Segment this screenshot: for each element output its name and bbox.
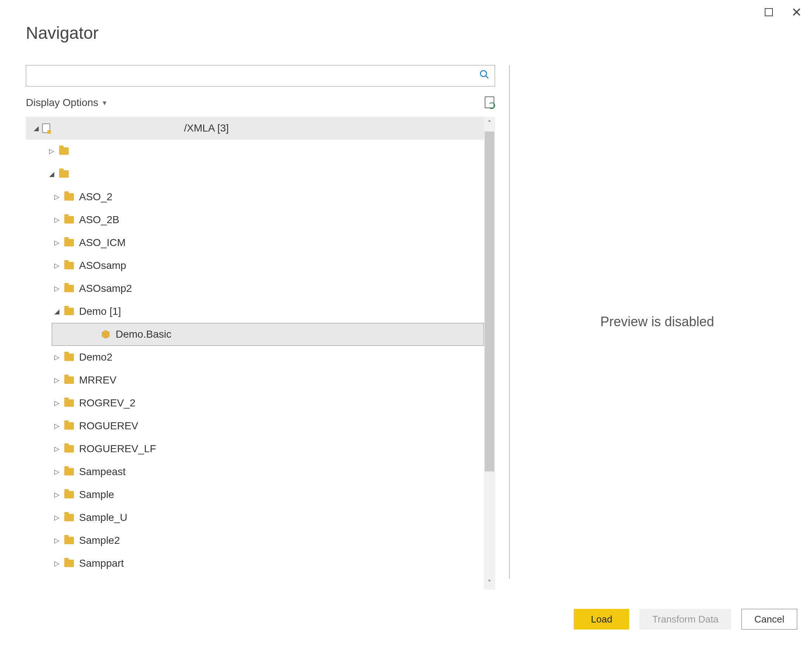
tree-node-label: ROGUEREV_LF: [79, 443, 156, 455]
close-window-icon[interactable]: ✕: [791, 6, 802, 18]
expand-toggle-icon[interactable]: ◢: [32, 124, 41, 132]
folder-icon: [59, 170, 69, 178]
expand-toggle-icon[interactable]: ▷: [52, 261, 61, 270]
restore-window-icon[interactable]: [765, 8, 773, 16]
folder-icon: [64, 560, 74, 567]
tree-node[interactable]: ▷ASOsamp: [26, 254, 484, 277]
tree-node-label: Sample_U: [79, 512, 127, 524]
svg-line-1: [486, 76, 488, 78]
folder-icon: [64, 537, 74, 544]
folder-icon: [64, 399, 74, 407]
tree-node[interactable]: ▷ASO_2B: [26, 208, 484, 231]
tree-node-label: /XMLA [3]: [184, 122, 229, 134]
svg-point-0: [481, 70, 487, 76]
tree-node-label: MRREV: [79, 374, 116, 386]
expand-toggle-icon[interactable]: ▷: [52, 238, 61, 247]
tree-node-label: Demo2: [79, 352, 112, 363]
search-input[interactable]: [26, 66, 473, 86]
expand-toggle-icon[interactable]: ▷: [52, 514, 61, 522]
expand-toggle-icon[interactable]: ▷: [52, 445, 61, 453]
tree-node[interactable]: ▷ASOsamp2: [26, 277, 484, 300]
tree-node-label: ASO_2: [79, 191, 112, 203]
preview-panel: Preview is disabled: [517, 65, 797, 579]
tree-node-label: ROGREV_2: [79, 397, 136, 409]
tree-node[interactable]: ▷Sample2: [26, 529, 484, 552]
folder-icon: [64, 262, 74, 269]
tree-node-label: ASO_ICM: [79, 237, 126, 249]
tree-view[interactable]: ◢ /XMLA [3] ▷◢▷ASO_2▷ASO_2B▷ASO_ICM▷ASOs…: [26, 117, 484, 590]
tree-root-node[interactable]: ◢ /XMLA [3]: [26, 117, 484, 140]
tree-node-label: Demo [1]: [79, 306, 121, 317]
tree-node[interactable]: ▷Demo2: [26, 346, 484, 369]
vertical-divider: [509, 65, 510, 579]
folder-icon: [64, 422, 74, 429]
folder-icon: [64, 491, 74, 498]
folder-icon: [64, 514, 74, 521]
tree-node-label: ASOsamp: [79, 260, 126, 272]
collapse-toggle-icon[interactable]: ◢: [52, 307, 61, 315]
scrollbar-thumb[interactable]: [485, 131, 494, 471]
tree-node[interactable]: ▷MRREV: [26, 369, 484, 391]
folder-icon: [64, 193, 74, 200]
folder-icon: [64, 308, 74, 315]
folder-icon: [64, 216, 74, 223]
scroll-down-icon[interactable]: ˅: [484, 576, 495, 590]
transform-data-button[interactable]: Transform Data: [640, 609, 731, 630]
expand-toggle-icon[interactable]: ▷: [52, 559, 61, 567]
expand-toggle-icon[interactable]: ▷: [52, 468, 61, 476]
cancel-button[interactable]: Cancel: [742, 609, 797, 630]
tree-node-label: Sampeast: [79, 466, 126, 478]
tree-node-label: Sample2: [79, 535, 120, 546]
tree-node[interactable]: ▷ROGUEREV: [26, 414, 484, 437]
tree-node[interactable]: ▷Samppart: [26, 552, 484, 575]
folder-icon: [64, 376, 74, 384]
folder-icon: [64, 445, 74, 452]
refresh-preview-icon[interactable]: [485, 96, 495, 109]
tree-node-label: Samppart: [79, 558, 124, 569]
datasource-icon: [42, 124, 50, 133]
load-button[interactable]: Load: [574, 609, 629, 630]
tree-node-label: Sample: [79, 489, 114, 501]
expand-toggle-icon[interactable]: ▷: [52, 399, 61, 407]
tree-node[interactable]: ▷ROGREV_2: [26, 391, 484, 414]
folder-icon: [59, 147, 69, 155]
expand-toggle-icon[interactable]: ▷: [52, 284, 61, 293]
tree-node[interactable]: ▷: [26, 140, 484, 162]
tree-node-label: ROGUEREV: [79, 420, 138, 432]
folder-icon: [64, 468, 74, 475]
folder-icon: [64, 285, 74, 292]
tree-node[interactable]: Demo.Basic: [52, 323, 484, 346]
tree-node[interactable]: ▷Sample_U: [26, 506, 484, 529]
expand-toggle-icon[interactable]: ▷: [47, 147, 56, 155]
tree-node[interactable]: ▷ROGUEREV_LF: [26, 437, 484, 460]
display-options-label: Display Options: [26, 97, 98, 109]
expand-toggle-icon[interactable]: ▷: [52, 353, 61, 361]
folder-icon: [64, 353, 74, 361]
expand-toggle-icon[interactable]: ▷: [52, 193, 61, 201]
tree-node[interactable]: ▷Sampeast: [26, 460, 484, 483]
expand-toggle-icon[interactable]: ▷: [52, 491, 61, 499]
expand-toggle-icon[interactable]: ▷: [52, 376, 61, 384]
tree-node[interactable]: ◢Demo [1]: [26, 300, 484, 323]
display-options-dropdown[interactable]: Display Options ▾: [26, 97, 106, 109]
preview-message: Preview is disabled: [600, 314, 714, 330]
scrollbar[interactable]: ˄ ˅: [484, 117, 495, 590]
tree-node-label: ASO_2B: [79, 214, 119, 226]
tree-node[interactable]: ▷Sample: [26, 483, 484, 506]
search-container: [26, 65, 495, 86]
tree-node-label: ASOsamp2: [79, 283, 132, 295]
dialog-title: Navigator: [26, 23, 99, 43]
expand-toggle-icon[interactable]: ▷: [52, 536, 61, 544]
tree-node[interactable]: ▷ASO_2: [26, 185, 484, 208]
chevron-down-icon: ▾: [103, 98, 106, 107]
cube-icon: [101, 330, 110, 339]
tree-node[interactable]: ▷ASO_ICM: [26, 231, 484, 254]
expand-toggle-icon[interactable]: ▷: [52, 422, 61, 430]
scroll-up-icon[interactable]: ˄: [484, 117, 495, 130]
collapse-toggle-icon[interactable]: ◢: [47, 170, 56, 178]
search-icon[interactable]: [479, 69, 490, 83]
folder-icon: [64, 239, 74, 246]
tree-node[interactable]: ◢: [26, 162, 484, 185]
tree-node-label: Demo.Basic: [116, 329, 171, 340]
expand-toggle-icon[interactable]: ▷: [52, 216, 61, 224]
